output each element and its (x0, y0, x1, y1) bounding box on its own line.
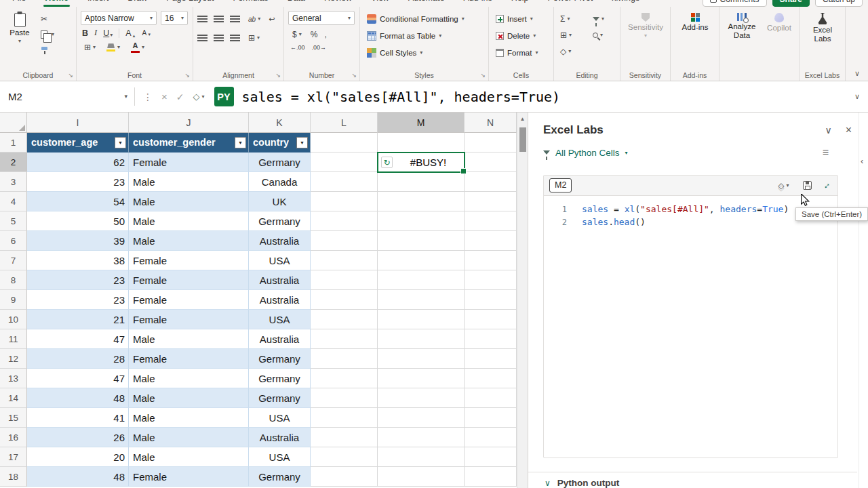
cell[interactable]: 21 (27, 310, 129, 329)
cell[interactable]: USA (249, 447, 311, 467)
cell[interactable]: 23 (27, 270, 129, 290)
font-dialog-launcher-icon[interactable]: ↘ (184, 73, 190, 79)
font-name-select[interactable]: Aptos Narrow▾ (81, 11, 157, 25)
table-header-customer_age[interactable]: customer_age▼ (27, 133, 129, 152)
addins-button[interactable]: Add-ins (675, 11, 715, 34)
cell[interactable]: Australia (249, 290, 311, 310)
row-header-7[interactable]: 7 (0, 251, 27, 270)
tab-review[interactable]: Review (323, 0, 353, 7)
formula-bar-menu-icon[interactable]: ⋮ (143, 92, 153, 102)
align-bottom-icon[interactable] (230, 16, 240, 22)
save-icon[interactable] (803, 181, 812, 190)
cell[interactable]: Germany (249, 369, 311, 388)
code-line-2[interactable]: 2sales.head() (544, 216, 837, 228)
cell[interactable] (465, 270, 517, 290)
tab-file[interactable]: File (11, 0, 27, 7)
cell[interactable] (311, 192, 378, 211)
number-dialog-launcher-icon[interactable]: ↘ (351, 73, 357, 79)
increase-decimal-button[interactable]: ←.00 (290, 44, 305, 51)
cell[interactable] (465, 133, 517, 152)
row-header-10[interactable]: 10 (0, 310, 27, 329)
cell[interactable] (378, 211, 465, 231)
cell[interactable] (378, 447, 465, 467)
filter-button[interactable]: ▼ (115, 137, 126, 148)
cell-styles-button[interactable]: Cell Styles▾ (364, 45, 485, 61)
cell[interactable] (378, 251, 465, 270)
filter-button[interactable]: ▼ (235, 137, 246, 148)
catch-up-button[interactable]: Catch up (815, 0, 863, 7)
cell[interactable]: USA (249, 251, 311, 270)
environment-picker[interactable]: ◇▾ (778, 181, 789, 190)
collapse-ribbon-icon[interactable]: ∨ (854, 69, 860, 78)
scroll-up-icon[interactable]: ▲ (517, 113, 528, 122)
cell[interactable]: Australia (249, 270, 311, 290)
analyze-data-button[interactable]: Analyze Data (724, 11, 760, 42)
comments-button[interactable]: Comments (703, 0, 767, 7)
cell[interactable] (465, 329, 517, 349)
alignment-dialog-launcher-icon[interactable]: ↘ (275, 73, 281, 79)
cell[interactable] (311, 270, 378, 290)
cell[interactable]: 28 (27, 349, 129, 369)
cell[interactable]: Germany (249, 388, 311, 408)
cell[interactable]: 26 (27, 428, 129, 447)
cell[interactable]: 50 (27, 211, 129, 231)
fill-color-button[interactable]: ▾ (104, 41, 122, 54)
row-header-18[interactable]: 18 (0, 467, 27, 487)
cell[interactable] (378, 428, 465, 447)
cell[interactable] (465, 467, 517, 487)
scrollbar-thumb[interactable] (519, 127, 526, 152)
cell[interactable]: Male (129, 231, 249, 251)
panel-chevron-down-icon[interactable]: ∨ (825, 125, 831, 136)
cell[interactable] (311, 408, 378, 428)
cell[interactable]: 54 (27, 192, 129, 211)
cell[interactable] (378, 310, 465, 329)
cell[interactable]: Male (129, 329, 249, 349)
cell[interactable] (378, 133, 465, 152)
row-header-8[interactable]: 8 (0, 270, 27, 290)
refresh-icon[interactable]: ↻ (381, 157, 393, 168)
cell[interactable] (465, 369, 517, 388)
share-button[interactable]: Share (772, 0, 810, 7)
number-format-select[interactable]: General▾ (288, 11, 355, 25)
cell[interactable]: 38 (27, 251, 129, 270)
row-header-16[interactable]: 16 (0, 428, 27, 447)
cell[interactable] (465, 408, 517, 428)
cell[interactable] (311, 310, 378, 329)
align-middle-icon[interactable] (214, 16, 224, 22)
cell[interactable]: Germany (249, 211, 311, 231)
cell[interactable]: 41 (27, 408, 129, 428)
find-select-button[interactable]: ▾ (591, 28, 616, 42)
cell[interactable] (465, 251, 517, 270)
cell[interactable] (465, 388, 517, 408)
cell[interactable] (311, 428, 378, 447)
table-header-customer_gender[interactable]: customer_gender▼ (129, 133, 249, 152)
sort-filter-button[interactable]: ▾ (591, 12, 616, 26)
cell[interactable] (311, 388, 378, 408)
cell[interactable]: Female (129, 290, 249, 310)
cell[interactable] (311, 211, 378, 231)
row-header-11[interactable]: 11 (0, 329, 27, 349)
row-header-6[interactable]: 6 (0, 231, 27, 251)
cell[interactable]: 47 (27, 369, 129, 388)
cell[interactable]: Male (129, 408, 249, 428)
tab-page-layout[interactable]: Page Layout (165, 0, 215, 7)
expand-icon[interactable]: ↕ (822, 180, 832, 190)
cell-ref-chip[interactable]: M2 (549, 178, 572, 192)
merge-center-button[interactable]: ⊞▾ (246, 31, 262, 45)
align-center-icon[interactable] (214, 35, 224, 41)
grow-font-button[interactable]: A▲ (125, 28, 136, 38)
cell[interactable] (378, 408, 465, 428)
paste-button[interactable]: Paste ▾ (4, 11, 35, 46)
cell[interactable]: Female (129, 467, 249, 487)
cell[interactable] (311, 152, 378, 172)
cell[interactable]: Germany (249, 467, 311, 487)
python-cells-filter[interactable]: All Python Cells ▾ (543, 148, 628, 158)
italic-button[interactable]: I (94, 28, 97, 38)
cell[interactable]: Australia (249, 428, 311, 447)
copy-button[interactable]: ▾ (39, 28, 56, 41)
cell[interactable] (378, 329, 465, 349)
cell[interactable] (311, 329, 378, 349)
borders-button[interactable]: ⊞▾ (82, 41, 98, 54)
table-header-country[interactable]: country▼ (249, 133, 311, 152)
cell[interactable]: Male (129, 172, 249, 192)
